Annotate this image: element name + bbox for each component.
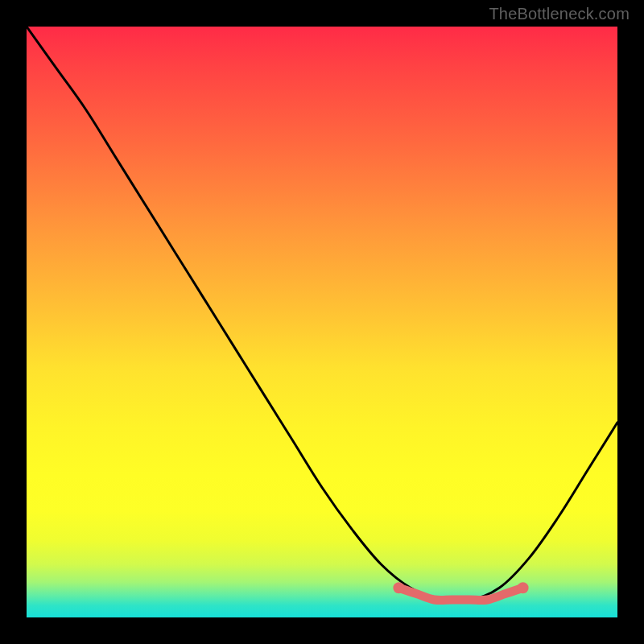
watermark-text: TheBottleneck.com [489, 5, 630, 23]
svg-point-0 [393, 582, 404, 593]
bottleneck-highlight [398, 588, 522, 600]
svg-point-1 [518, 582, 529, 593]
bottleneck-curve [27, 27, 617, 601]
chart-svg [27, 27, 617, 617]
chart-container: TheBottleneck.com [0, 0, 644, 644]
